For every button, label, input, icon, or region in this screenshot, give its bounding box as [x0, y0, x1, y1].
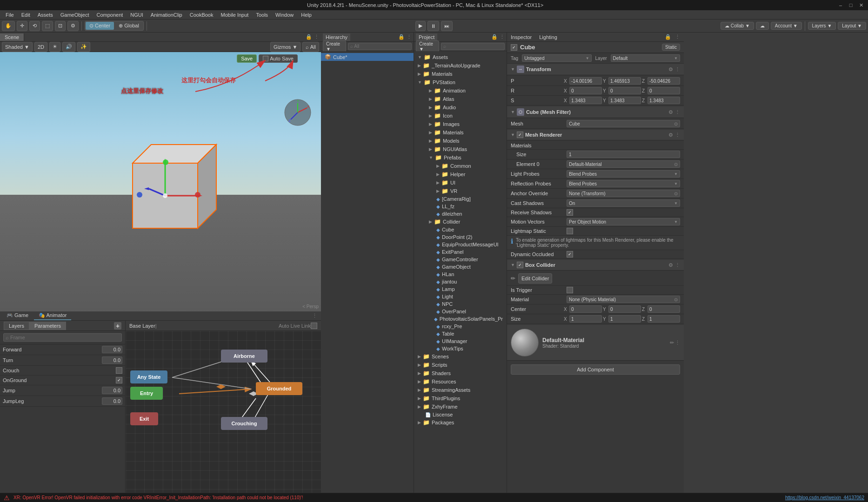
scale-y-input[interactable] [608, 97, 641, 104]
proj-doorpoint[interactable]: ◆ DoorPoint (2) [414, 233, 507, 241]
param-jump-value[interactable] [102, 387, 122, 394]
element0-field[interactable]: Default-Material ⊙ [567, 160, 680, 168]
tab-animator[interactable]: 🎭 Animator [34, 311, 71, 320]
pos-z-input[interactable] [648, 77, 680, 85]
project-options-icon[interactable]: ⋮ [500, 34, 505, 40]
website-link[interactable]: https://blog.csdn.net/weixin_44137062 [785, 495, 864, 500]
scale-tool[interactable]: ⬚ [42, 21, 53, 31]
proj-npc[interactable]: ◆ NPC [414, 300, 507, 308]
inspector-tab[interactable]: Inspector [511, 34, 532, 40]
project-search[interactable] [441, 43, 505, 50]
menu-window[interactable]: Window [272, 11, 297, 19]
project-create-btn[interactable]: Create ▼ [416, 40, 439, 53]
rotate-tool[interactable]: ⟲ [29, 21, 40, 31]
dynamic-occluded-checkbox[interactable] [567, 251, 573, 258]
lighting-tab[interactable]: Lighting [535, 33, 561, 41]
scale-z-input[interactable] [648, 97, 680, 104]
step-btn[interactable]: ⏭ [441, 21, 453, 31]
state-any-state[interactable]: Any State [130, 370, 167, 383]
proj-light[interactable]: ◆ Light [414, 293, 507, 300]
move-tool[interactable]: ✛ [17, 21, 27, 31]
tag-dropdown[interactable]: Untagged ▼ [522, 54, 591, 62]
2d-toggle[interactable]: 2D [34, 42, 47, 52]
materials-size-input[interactable] [567, 151, 680, 158]
meshfilter-settings-icon[interactable]: ⚙ [668, 109, 673, 115]
hierarchy-create-btn[interactable]: Create ▼ [323, 40, 346, 53]
size-y-input[interactable] [608, 315, 641, 323]
menu-component[interactable]: Component [93, 11, 127, 19]
menu-file[interactable]: File [2, 11, 18, 19]
proj-worktips[interactable]: ◆ WorkTips [414, 345, 507, 352]
size-x-input[interactable] [569, 315, 602, 323]
proj-exitpanel[interactable]: ◆ ExitPanel [414, 248, 507, 256]
tab-parameters[interactable]: Parameters [29, 322, 66, 330]
proj-equipproduct[interactable]: ◆ EquipProductMessageUI [414, 241, 507, 248]
proj-atlas[interactable]: ▶ 📁 Atlas [414, 95, 507, 103]
proj-hlan[interactable]: ◆ HLan [414, 271, 507, 278]
audio-toggle[interactable]: 🔊 [62, 42, 75, 52]
lighting-toggle[interactable]: ☀ [49, 42, 60, 52]
proj-gameobject[interactable]: ◆ GameObject [414, 263, 507, 271]
proj-models[interactable]: ▶ 📁 Models [414, 137, 507, 145]
pivot-toggle[interactable]: ⊙ Center ⊕ Global [85, 21, 144, 31]
cloud-btn[interactable]: ☁ [756, 22, 769, 30]
proj-rcxy[interactable]: ◆ rcxy_Pre [414, 323, 507, 330]
object-active-checkbox[interactable] [511, 44, 517, 51]
menu-animationclip[interactable]: AnimationClip [147, 11, 186, 19]
proj-audio[interactable]: ▶ 📁 Audio [414, 103, 507, 112]
fx-toggle[interactable]: ✨ [77, 42, 90, 52]
proj-animation[interactable]: ▶ 📁 Animation [414, 86, 507, 95]
menu-assets[interactable]: Assets [34, 11, 57, 19]
maximize-btn[interactable]: □ [848, 2, 854, 8]
param-onground-checkbox[interactable] [116, 377, 122, 383]
proj-vr[interactable]: ▶ 📁 VR [414, 187, 507, 195]
mesh-field[interactable]: Cube ⊙ [567, 120, 680, 127]
add-param-btn[interactable]: + [114, 322, 121, 330]
is-trigger-checkbox[interactable] [567, 287, 573, 293]
size-z-input[interactable] [648, 315, 680, 323]
menu-help[interactable]: Help [297, 11, 315, 19]
state-airborne[interactable]: Airborne [221, 350, 267, 363]
proj-resources[interactable]: ▶ 📁 Resources [414, 377, 507, 386]
boxcollider-settings-icon[interactable]: ⚙ [668, 262, 673, 268]
auto-live-link-checkbox[interactable] [311, 323, 317, 329]
panel-options[interactable]: ⋮ [310, 313, 319, 319]
meshrenderer-header[interactable]: ▼ Mesh Renderer ⚙ ⋮ [507, 130, 684, 140]
receive-shadows-checkbox[interactable] [567, 209, 573, 216]
hierarchy-search[interactable] [348, 43, 412, 50]
meshfilter-overflow-icon[interactable]: ⋮ [675, 109, 680, 115]
center-mode[interactable]: ⊙ Center [86, 22, 114, 30]
hierarchy-tab[interactable]: Hierarchy [323, 33, 350, 41]
layout-btn[interactable]: Layout ▼ [838, 22, 866, 30]
rot-x-input[interactable] [569, 87, 602, 94]
rot-z-input[interactable] [648, 87, 680, 94]
hierarchy-options-icon[interactable]: ⋮ [407, 34, 412, 40]
state-entry[interactable]: Entry [130, 387, 163, 400]
collab-btn[interactable]: ☁ Collab ▼ [721, 22, 754, 30]
shaded-dropdown[interactable]: Shaded ▼ [2, 42, 33, 52]
proj-cube[interactable]: ◆ Cube [414, 226, 507, 233]
proj-dileizhen[interactable]: ◆ dileizhen [414, 210, 507, 218]
gizmos-btn[interactable]: Gizmos ▼ [270, 42, 300, 52]
param-turn-value[interactable] [102, 357, 122, 364]
boxcollider-enabled-checkbox[interactable] [517, 262, 523, 268]
transform-header[interactable]: ▼ ↔ Transform ⚙ ⋮ [507, 64, 684, 75]
inspector-options-icon[interactable]: ⋮ [675, 34, 680, 40]
pause-btn[interactable]: ⏸ [427, 21, 439, 31]
add-component-btn[interactable]: Add Component [511, 364, 680, 375]
proj-helper[interactable]: ▶ 📁 Helper [414, 170, 507, 178]
scene-tab[interactable]: Scene [0, 33, 24, 41]
menu-tools[interactable]: Tools [252, 11, 272, 19]
proj-liscense[interactable]: 📄 Liscense [414, 411, 507, 418]
center-x-input[interactable] [569, 305, 602, 313]
proj-shaders[interactable]: ▶ 📁 Shaders [414, 369, 507, 377]
project-lock-icon[interactable]: 🔒 [491, 34, 498, 40]
account-btn[interactable]: Account ▼ [771, 22, 802, 30]
menu-mobileinput[interactable]: Mobile Input [217, 11, 252, 19]
transform-settings-icon[interactable]: ⚙ [668, 66, 673, 73]
proj-table[interactable]: ◆ Table [414, 330, 507, 337]
hierarchy-lock-icon[interactable]: 🔒 [398, 34, 405, 40]
tab-layers[interactable]: Layers [4, 322, 29, 330]
window-controls[interactable]: – □ ✕ [837, 2, 864, 8]
autosave-toggle[interactable]: Auto Save [259, 54, 298, 63]
